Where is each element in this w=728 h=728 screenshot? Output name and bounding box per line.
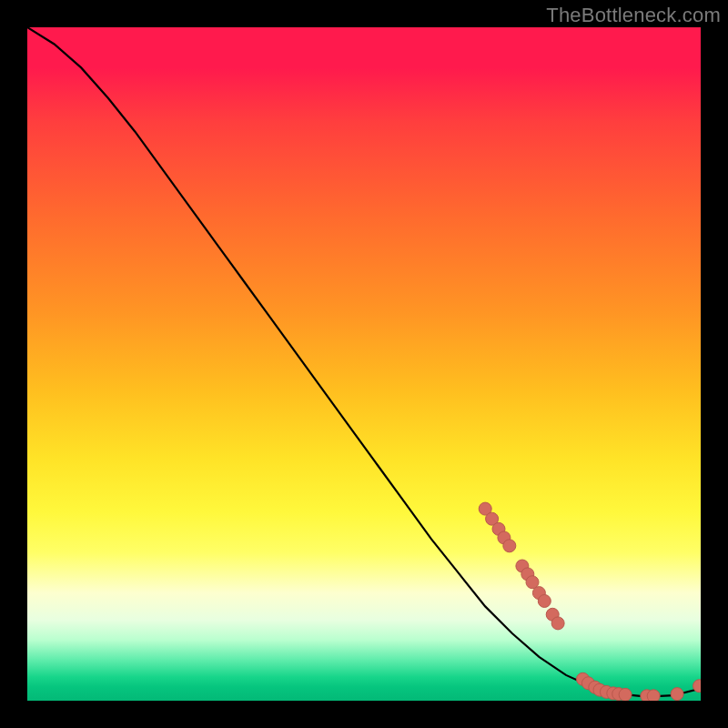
data-point-marker <box>551 617 564 630</box>
data-point-marker <box>671 688 683 701</box>
plot-area <box>27 27 701 701</box>
data-point-marker <box>647 690 660 701</box>
watermark-text: TheBottleneck.com <box>546 4 721 27</box>
chart-stage: TheBottleneck.com <box>0 0 728 728</box>
data-point-marker <box>619 688 632 701</box>
bottleneck-curve <box>27 27 701 697</box>
data-point-marker <box>503 540 516 552</box>
data-markers <box>479 502 701 701</box>
data-point-marker <box>538 594 551 607</box>
chart-overlay <box>27 27 701 701</box>
